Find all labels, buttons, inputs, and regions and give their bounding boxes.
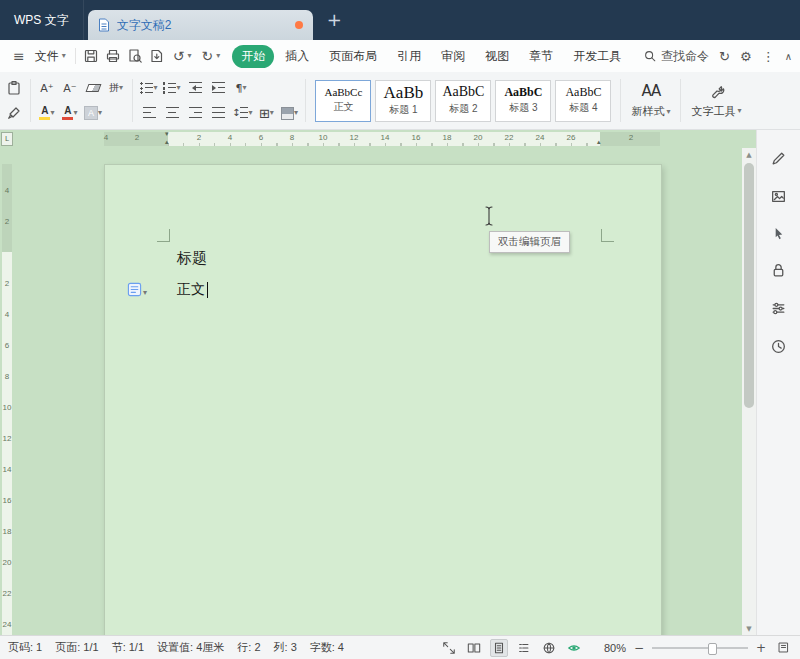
text-tools-button[interactable]: 文字工具 ▾	[683, 72, 749, 129]
print-layout-view-button[interactable]	[490, 639, 508, 657]
line-spacing-button[interactable]: ↕ ▾	[232, 104, 252, 122]
scrollbar-thumb[interactable]	[744, 163, 754, 408]
web-layout-view-button[interactable]	[540, 639, 558, 657]
shading-button[interactable]: ▾	[280, 104, 298, 122]
pinyin-guide-button[interactable]: 拼 ▾	[107, 79, 125, 97]
ruler-number: 22	[505, 133, 514, 142]
redo-button[interactable]: ↻ ▾	[197, 44, 226, 68]
select-tool-button[interactable]	[771, 226, 786, 245]
document-heading-text[interactable]: 标题	[177, 249, 207, 268]
new-tab-button[interactable]: +	[327, 0, 342, 40]
decrease-font-button[interactable]: A⁻	[61, 79, 79, 97]
first-line-indent-marker[interactable]: ▾	[165, 131, 169, 138]
multi-page-view-button[interactable]	[465, 639, 483, 657]
horizontal-ruler[interactable]: ▾ ▴ ▴ 4 2 2 4 6 8 10 12 14 16 18 20 22	[14, 130, 756, 148]
status-item[interactable]: 节: 1/1	[112, 640, 144, 655]
print-layout-icon	[492, 641, 506, 655]
menu-tab[interactable]: 开发工具	[564, 45, 630, 68]
scroll-up-icon[interactable]: ▲	[742, 148, 756, 161]
align-right-button[interactable]	[186, 104, 204, 122]
eye-protection-button[interactable]	[565, 639, 583, 657]
pen-tool-button[interactable]	[770, 150, 787, 171]
gear-icon[interactable]: ⚙	[740, 49, 752, 64]
menu-tab[interactable]: 插入	[276, 45, 318, 68]
history-tool-button[interactable]	[770, 338, 787, 359]
font-color-button[interactable]: A ▾	[61, 104, 79, 122]
image-tool-button[interactable]	[770, 188, 787, 209]
status-item[interactable]: 设置值: 4厘米	[157, 640, 224, 655]
justify-button[interactable]	[209, 104, 227, 122]
file-menu[interactable]: 文件 ▾	[30, 44, 71, 68]
style-item[interactable]: AaBbCc 正文	[315, 80, 371, 122]
zoom-slider[interactable]	[652, 647, 748, 649]
format-painter-button[interactable]	[5, 104, 23, 122]
borders-button[interactable]: ⊞ ▾	[257, 104, 275, 122]
style-item[interactable]: AaBbC 标题 4	[555, 80, 611, 122]
status-item[interactable]: 字数: 4	[310, 640, 344, 655]
save-button[interactable]	[80, 45, 102, 67]
more-icon[interactable]: ⋮	[762, 49, 775, 64]
outline-view-button[interactable]	[515, 639, 533, 657]
align-left-button[interactable]	[140, 104, 158, 122]
bullets-button[interactable]: ▾	[140, 79, 158, 97]
vertical-ruler[interactable]: 4 2 2 4 6 8 10 12 14 16 18 20 22 24	[0, 148, 14, 635]
numbering-button[interactable]: ▾	[163, 79, 181, 97]
export-pdf-button[interactable]	[146, 45, 168, 67]
vertical-scrollbar[interactable]: ▲ ▼	[742, 148, 756, 635]
paragraph-layout-button[interactable]: ▾	[127, 282, 147, 297]
style-item[interactable]: AaBbC 标题 3	[495, 80, 551, 122]
sync-icon[interactable]: ↻	[719, 49, 730, 64]
char-shading-button[interactable]: A ▾	[84, 104, 102, 122]
document-tab[interactable]: 文字文稿2	[88, 10, 313, 40]
menu-tab[interactable]: 章节	[520, 45, 562, 68]
line-spacing-icon: ↕	[232, 108, 240, 118]
print-preview-button[interactable]	[124, 45, 146, 67]
decrease-indent-button[interactable]	[186, 79, 204, 97]
char-shading-icon: A	[84, 106, 98, 120]
new-style-button[interactable]: AA 新样式 ▾	[623, 72, 678, 129]
status-item[interactable]: 列: 3	[274, 640, 297, 655]
scroll-down-icon[interactable]: ▼	[742, 622, 756, 635]
menu-tab[interactable]: 页面布局	[320, 45, 386, 68]
fullscreen-button[interactable]	[440, 639, 458, 657]
lock-tool-button[interactable]	[770, 262, 787, 283]
menu-tab[interactable]: 审阅	[432, 45, 474, 68]
tab-selector[interactable]: L	[0, 130, 14, 148]
numbering-icon	[163, 82, 176, 94]
document-body-text[interactable]: 正文	[177, 281, 208, 299]
paste-button[interactable]	[5, 79, 23, 97]
zoom-in-button[interactable]: +	[755, 641, 767, 655]
collapse-ribbon-icon[interactable]: ∧	[785, 51, 792, 62]
status-item[interactable]: 行: 2	[237, 640, 260, 655]
fit-page-button[interactable]	[774, 639, 792, 657]
app-menu-button[interactable]: WPS 文字	[0, 0, 84, 40]
zoom-value[interactable]: 80%	[604, 642, 626, 654]
print-button[interactable]	[102, 45, 124, 67]
align-center-button[interactable]	[163, 104, 181, 122]
style-item[interactable]: AaBb 标题 1	[375, 80, 431, 122]
show-marks-button[interactable]: ¶ ▾	[232, 79, 250, 97]
zoom-out-button[interactable]: −	[633, 641, 645, 655]
status-item[interactable]: 页码: 1	[8, 640, 42, 655]
hamburger-icon[interactable]: ≡	[8, 44, 30, 68]
increase-indent-button[interactable]	[209, 79, 227, 97]
document-canvas[interactable]: 双击编辑页眉 标题 正文 ▾ ▲ ▼	[14, 148, 756, 635]
increase-font-button[interactable]: A⁺	[38, 79, 56, 97]
find-command[interactable]: 查找命令	[643, 48, 709, 65]
menu-tab[interactable]: 视图	[476, 45, 518, 68]
menu-tab[interactable]: 开始	[232, 45, 274, 68]
zoom-slider-thumb[interactable]	[708, 643, 717, 655]
line-spacing-bars	[240, 107, 248, 119]
document-page[interactable]: 双击编辑页眉 标题 正文 ▾	[104, 164, 662, 635]
adjust-tool-button[interactable]	[770, 300, 787, 321]
style-preview: AaBbCc	[324, 87, 362, 99]
right-indent-marker[interactable]: ▴	[597, 139, 601, 146]
clear-format-button[interactable]	[84, 79, 102, 97]
style-preview: AaBbC	[504, 86, 542, 99]
undo-button[interactable]: ↺ ▾	[168, 44, 197, 68]
left-indent-marker[interactable]: ▴	[165, 139, 169, 146]
highlight-button[interactable]: A ▾	[38, 104, 56, 122]
style-item[interactable]: AaBbC 标题 2	[435, 80, 491, 122]
status-item[interactable]: 页面: 1/1	[55, 640, 98, 655]
menu-tab[interactable]: 引用	[388, 45, 430, 68]
